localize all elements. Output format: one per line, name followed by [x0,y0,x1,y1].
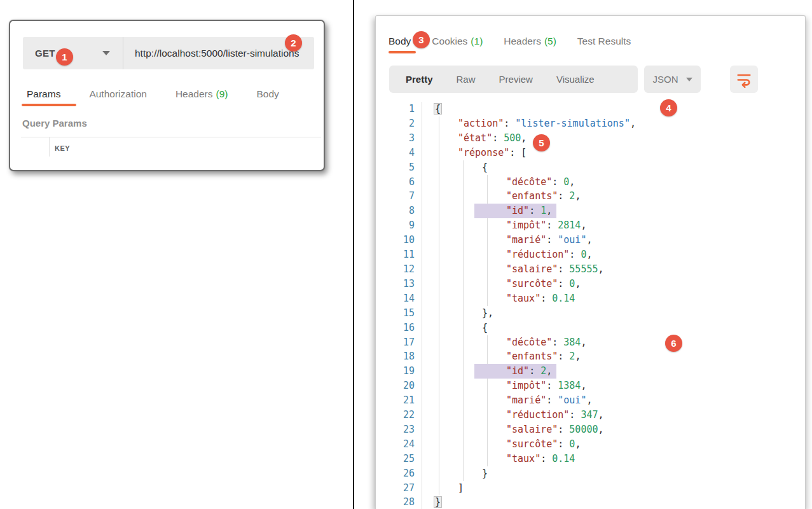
view-visualize[interactable]: Visualize [556,74,595,85]
indent-guide [482,175,506,190]
indent-guide [434,379,458,393]
method-dropdown[interactable]: GET [23,37,123,69]
indent-guide [434,277,458,291]
line-number: 21 [376,393,422,408]
tab-authorization[interactable]: Authorization [89,88,146,100]
code-line: 23"salaire": 50000, [376,422,804,437]
code-line: 20"impôt": 1384, [376,379,804,393]
code-line: 12"salaire": 55555, [376,262,804,277]
code-line: 15}, [376,306,804,321]
indent-guide [434,146,458,160]
line-number: 5 [376,160,422,175]
code-line: 4"réponse": [ [376,146,804,160]
line-number: 25 [376,452,422,466]
indent-guide [434,160,458,175]
tab-cookies[interactable]: Cookies(1) [432,36,483,47]
indent-guide [434,189,458,204]
line-number: 28 [376,495,422,509]
indent-guide [434,131,458,146]
indent-guide [458,262,482,277]
indent-guide [434,248,458,262]
indent-guide [458,306,482,321]
indent-guide [458,466,482,481]
annotation-badge-4: 4 [660,99,677,116]
code-line: 13"surcôte": 0, [376,277,804,291]
indent-guide [434,364,458,379]
tab-headers-label: Headers [175,88,213,99]
indent-guide [434,349,458,364]
code-lines: 1{2"action": "lister-simulations",3"état… [376,102,804,509]
indent-guide [434,204,458,218]
code-line: 5{ [376,160,804,175]
tab-response-body[interactable]: Body [389,36,411,47]
tab-headers[interactable]: Headers(9) [175,88,228,100]
annotation-badge-2: 2 [285,34,302,52]
indent-guide [482,218,506,233]
annotation-badge-6: 6 [665,335,682,352]
indent-guide [434,291,458,306]
line-number: 13 [376,277,422,291]
indent-guide [434,218,458,233]
code-line: 11"réduction": 0, [376,248,804,262]
highlighted-code: "id": 1, [474,204,556,218]
code-line: 21"marié": "oui", [376,393,804,408]
line-number: 4 [376,146,422,160]
code-line: 6"décôte": 0, [376,175,804,190]
code-line: 2"action": "lister-simulations", [376,116,804,131]
indent-guide [482,248,506,262]
indent-guide [458,248,482,262]
indent-guide [434,452,458,466]
view-pretty[interactable]: Pretty [406,74,433,85]
tab-body-label: Body [256,88,279,99]
tab-body[interactable]: Body [256,88,279,100]
view-preview[interactable]: Preview [499,74,533,85]
tab-response-body-label: Body [389,36,411,46]
indent-guide [434,481,458,496]
tab-params[interactable]: Params [27,88,60,100]
indent-guide [434,116,458,131]
line-number: 12 [376,262,422,277]
indent-guide [434,233,458,248]
column-divider [49,137,50,157]
request-panel: GET http://localhost:5000/lister-simulat… [9,20,325,171]
key-column-header: KEY [55,144,70,152]
tab-cookies-label: Cookies [432,36,467,46]
indent-guide [458,218,482,233]
indent-guide [434,306,458,321]
wrap-text-button[interactable] [730,66,758,93]
indent-guide [482,291,506,306]
active-tab-indicator [389,51,416,53]
indent-guide [482,422,506,437]
response-panel: Body Cookies(1) Headers(5) Test Results … [375,15,806,509]
line-number: 15 [376,306,422,321]
tab-test-results[interactable]: Test Results [577,36,631,47]
tab-params-label: Params [27,88,60,99]
indent-guide [458,277,482,291]
indent-guide [458,379,482,393]
code-line: 7"enfants": 2, [376,189,804,204]
highlighted-code: "id": 2, [474,364,556,379]
indent-guide [434,175,458,190]
indent-guide [482,262,506,277]
indent-guide [458,321,482,335]
view-mode-switcher: Pretty Raw Preview Visualize [389,66,638,93]
indent-guide [482,349,506,364]
headers-count: (9) [216,88,228,99]
code-line: 25"taux": 0.14 [376,452,804,466]
code-line: 8"id": 1, [376,204,804,218]
wrap-text-icon [736,71,752,88]
tab-response-headers[interactable]: Headers(5) [504,36,556,47]
language-dropdown[interactable]: JSON [644,66,701,93]
indent-guide [482,379,506,393]
indent-guide [458,349,482,364]
line-number: 19 [376,364,422,379]
indent-guide [482,437,506,452]
indent-guide [458,160,482,175]
indent-guide [482,277,506,291]
active-tab-indicator [22,104,76,106]
line-number: 27 [376,481,422,496]
code-line: 16{ [376,321,804,335]
view-raw[interactable]: Raw [457,74,476,85]
response-headers-count: (5) [544,36,556,46]
indent-guide [434,466,458,481]
